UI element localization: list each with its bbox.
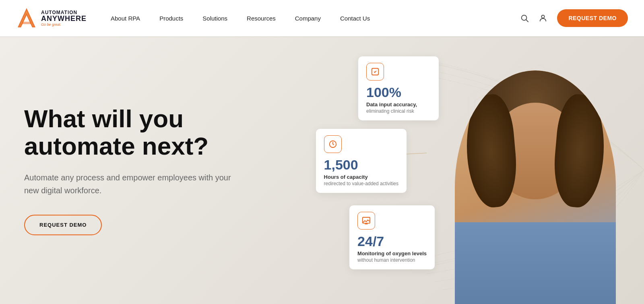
stat-capacity-label-main: Hours of capacity [324,174,398,180]
stat-accuracy-label-sub: eliminating clinical risk [366,108,431,114]
hero-request-demo-button[interactable]: REQUEST DEMO [24,215,102,235]
logo-tagline: Go be great. [41,23,87,27]
svg-point-2 [542,15,545,18]
stat-accuracy-icon [366,63,384,81]
logo-anywhere: ANYWHERE [41,15,87,22]
nav-item-contact-us[interactable]: Contact Us [340,15,370,22]
logo[interactable]: AUTOMATION ANYWHERE Go be great. [16,6,87,30]
header-request-demo-button[interactable]: REQUEST DEMO [557,9,628,27]
stat-capacity-label-sub: redirected to value-added activities [324,181,398,186]
svg-line-1 [526,20,528,22]
svg-rect-8 [363,217,370,223]
nav-item-products[interactable]: Products [159,15,183,22]
site-header: AUTOMATION ANYWHERE Go be great. About R… [0,0,644,36]
nav-item-company[interactable]: Company [295,15,321,22]
stat-capacity-number: 1,500 [324,158,398,172]
search-icon [520,14,529,23]
logo-text: AUTOMATION ANYWHERE Go be great. [41,10,87,27]
stat-monitoring-icon [357,212,375,230]
hero-section: What will you automate next? Automate an… [0,36,644,304]
search-button[interactable] [520,14,529,23]
header-actions: REQUEST DEMO [520,9,628,27]
nav-item-resources[interactable]: Resources [247,15,276,22]
hero-content-left: What will you automate next? Automate an… [24,105,274,235]
user-account-button[interactable] [539,14,547,23]
hero-person-image [451,54,620,304]
main-nav: About RPA Products Solutions Resources C… [111,15,520,22]
stat-accuracy-number: 100% [366,85,431,99]
stat-capacity-icon [324,135,342,153]
hero-subtext: Automate any process and empower employe… [24,171,233,197]
stat-accuracy-label-main: Data input accuracy, [366,101,431,108]
logo-automation: AUTOMATION [41,10,87,15]
stat-monitoring-number: 24/7 [357,234,427,248]
user-icon [539,14,547,23]
stat-monitoring-label-sub: without human intervention [357,257,427,263]
nav-item-solutions[interactable]: Solutions [202,15,227,22]
hero-heading: What will you automate next? [24,105,274,160]
stat-monitoring-label-main: Monitoring of oxygen levels [357,250,427,256]
stat-card-accuracy: 100% Data input accuracy, eliminating cl… [358,56,439,120]
stat-card-capacity: 1,500 Hours of capacity redirected to va… [316,129,407,193]
stat-card-monitoring: 24/7 Monitoring of oxygen levels without… [349,205,435,269]
person-silhouette [455,70,616,304]
nav-item-about-rpa[interactable]: About RPA [111,15,140,22]
logo-icon [16,6,37,30]
